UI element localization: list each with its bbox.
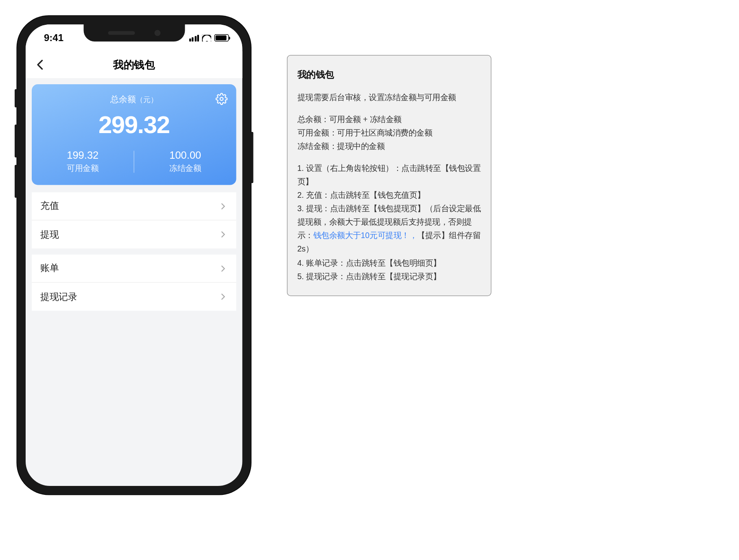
spec-paragraph: 提现需要后台审核，设置冻结金额与可用金额 (297, 91, 481, 104)
balance-card: 总余额（元） 299.32 199.32 可用金额 100.00 冻结金额 (32, 84, 236, 185)
frozen-label: 冻结金额 (134, 163, 236, 174)
menu-item-bills[interactable]: 账单 (32, 255, 236, 283)
page-title: 我的钱包 (113, 58, 155, 72)
phone-mockup: 9:41 我的钱包 (17, 16, 251, 494)
balance-total-label: 总余额（元） (32, 94, 236, 105)
side-button (15, 89, 17, 107)
wifi-icon (202, 35, 212, 42)
spec-definitions: 总余额：可用金额 + 冻结金额 可用金额：可用于社区商城消费的金额 冻结金额：提… (297, 113, 481, 153)
cellular-signal-icon (189, 35, 199, 42)
chevron-right-icon (218, 292, 228, 302)
available-label: 可用金额 (32, 163, 134, 174)
menu-group-2: 账单 提现记录 (32, 255, 236, 311)
menu-item-label: 充值 (40, 200, 59, 212)
spec-note: 我的钱包 提现需要后台审核，设置冻结金额与可用金额 总余额：可用金额 + 冻结金… (287, 55, 492, 296)
back-button[interactable] (33, 57, 48, 72)
spec-title: 我的钱包 (297, 67, 481, 82)
side-button (251, 132, 254, 183)
menu-item-withdraw-history[interactable]: 提现记录 (32, 283, 236, 311)
frozen-value: 100.00 (134, 150, 236, 162)
nav-bar: 我的钱包 (26, 51, 243, 78)
status-indicators (189, 34, 229, 42)
menu-item-label: 提现 (40, 229, 59, 241)
phone-screen: 9:41 我的钱包 (26, 24, 243, 486)
side-button (15, 165, 17, 198)
chevron-right-icon (218, 230, 228, 239)
menu-item-label: 提现记录 (40, 291, 77, 303)
spec-list: 1. 设置（右上角齿轮按钮）：点击跳转至【钱包设置页】 2. 充值：点击跳转至【… (297, 162, 481, 283)
spec-highlight: 钱包余额大于10元可提现！， (313, 231, 418, 241)
status-time: 9:41 (44, 33, 63, 44)
available-value: 199.32 (32, 150, 134, 162)
chevron-right-icon (218, 201, 228, 211)
menu-item-recharge[interactable]: 充值 (32, 192, 236, 221)
balance-total-amount: 299.32 (32, 111, 236, 139)
phone-notch (83, 24, 185, 42)
menu-group-1: 充值 提现 (32, 192, 236, 249)
balance-frozen: 100.00 冻结金额 (134, 150, 236, 174)
battery-icon (214, 34, 229, 42)
menu-item-withdraw[interactable]: 提现 (32, 221, 236, 249)
balance-available: 199.32 可用金额 (32, 150, 134, 174)
chevron-right-icon (218, 263, 228, 273)
menu-item-label: 账单 (40, 262, 59, 274)
side-button (15, 125, 17, 158)
